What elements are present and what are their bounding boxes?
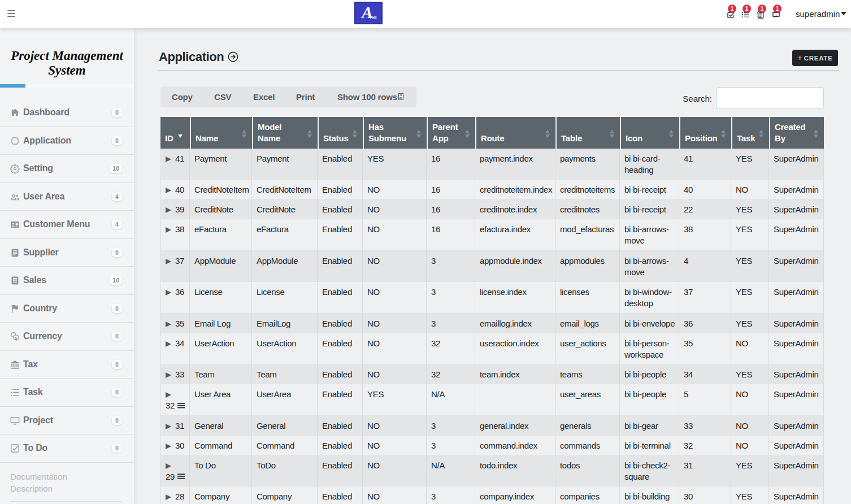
svg-text:$: $ bbox=[15, 336, 18, 341]
